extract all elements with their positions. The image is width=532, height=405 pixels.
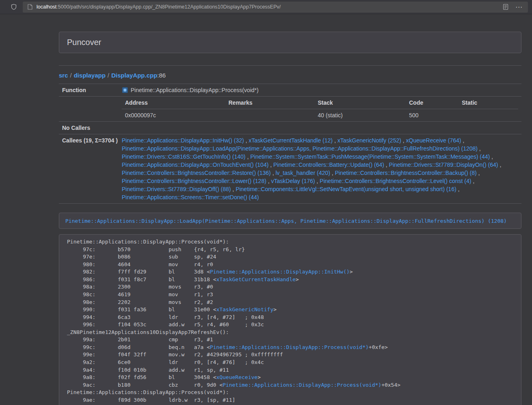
callee-separator: , (315, 178, 320, 184)
divider (59, 65, 521, 66)
callee-separator: , (461, 137, 464, 144)
callee-separator: , (477, 170, 480, 176)
callee-separator: , (478, 145, 481, 152)
stats-header-code: Code (406, 97, 459, 109)
stats-header-static: Static (459, 97, 518, 109)
breadcrumb: src/displayapp/DisplayApp.cpp:86 (59, 71, 521, 80)
breadcrumb-link-src[interactable]: src (59, 72, 68, 79)
callee-separator: , (333, 137, 338, 144)
disassembly-pre: Pinetime::Applications::DisplayApp::Proc… (59, 234, 521, 405)
stats-header-remarks: Remarks (225, 97, 314, 109)
callee-symbol-panel: Pinetime::Applications::DisplayApp::Load… (59, 213, 521, 229)
stats-remarks-value (225, 109, 314, 122)
code-symbol-link[interactable]: xTaskGenericNotify (216, 306, 274, 312)
breadcrumb-link-displayapp[interactable]: displayapp (74, 72, 106, 79)
breadcrumb-link-file[interactable]: DisplayApp.cpp (111, 72, 157, 79)
url-text[interactable]: localhost:5000/path/src/displayapp/Displ… (37, 4, 281, 10)
stats-table: Address Remarks Stack Code Static 0x0000… (122, 97, 518, 121)
stats-address-value: 0x0000097c (122, 109, 225, 122)
stats-stack-value: 40 (static) (314, 109, 406, 122)
callee-link[interactable]: xTaskGetCurrentTaskHandle (12) (249, 137, 333, 144)
callee-link[interactable]: Pinetime::Drivers::St7789::DisplayOff() … (122, 186, 231, 192)
page-actions-menu-icon[interactable]: ⋯ (514, 4, 524, 11)
page-title: Puncover (67, 37, 513, 47)
content-container: Puncover src/displayapp/DisplayApp.cpp:8… (59, 32, 521, 405)
callee-link[interactable]: vTaskDelay (176) (271, 178, 315, 184)
callee-link[interactable]: Pinetime::Applications::DisplayApp::OnTo… (122, 162, 269, 168)
callees-cell: Pinetime::Applications::DisplayApp::Init… (118, 134, 521, 204)
callee-link[interactable]: Pinetime::Controllers::BrightnessControl… (335, 170, 476, 176)
callee-link[interactable]: Pinetime::Drivers::Cst816S::GetTouchInfo… (122, 153, 246, 160)
code-symbol-link[interactable]: xTaskGetCurrentTaskHandle (216, 276, 296, 282)
page-body: Puncover src/displayapp/DisplayApp.cpp:8… (0, 14, 532, 405)
callees-row: Callees (19, Σ=3704 ) Pinetime::Applicat… (59, 134, 521, 204)
url-bar[interactable]: localhost:5000/path/src/displayapp/Displ… (23, 2, 528, 13)
page-info-icon[interactable] (27, 4, 33, 10)
code-symbol-link[interactable]: Pinetime::Applications::DisplayApp::Proc… (223, 382, 381, 388)
function-label: Function (59, 84, 118, 97)
callee-separator: , (266, 178, 271, 184)
no-callers-cell (118, 122, 521, 134)
reader-view-icon[interactable] (501, 2, 510, 12)
function-info-table: Function Pinetime::Applications::Display… (59, 84, 521, 204)
code-symbol-link[interactable]: Pinetime::Applications::DisplayApp::Proc… (210, 344, 368, 350)
callee-link[interactable]: Pinetime::Controllers::Battery::Update()… (274, 162, 384, 168)
stats-code-value: 500 (406, 109, 459, 122)
callee-separator: , (246, 153, 250, 160)
callee-link[interactable]: Pinetime::System::SystemTask::PushMessag… (250, 153, 490, 160)
breadcrumb-separator: / (108, 72, 109, 79)
code-symbol-link[interactable]: xQueueReceive (216, 374, 258, 380)
callee-link[interactable]: Pinetime::Applications::DisplayApp::Init… (122, 137, 244, 144)
callee-link[interactable]: Pinetime::Controllers::BrightnessControl… (122, 178, 266, 184)
code-symbol-link[interactable]: Pinetime::Applications::DisplayApp::Init… (210, 269, 349, 275)
callee-link[interactable]: Pinetime::Controllers::BrightnessControl… (122, 170, 271, 176)
stats-static-value (459, 109, 518, 122)
callee-separator: , (490, 153, 493, 160)
callee-link[interactable]: Pinetime::Applications::Screens::Timer::… (122, 194, 259, 200)
callee-separator: , (471, 178, 474, 184)
callee-link[interactable]: Pinetime::Components::LittleVgl::SetNewT… (236, 186, 457, 192)
callee-link[interactable]: xTaskGenericNotify (252) (337, 137, 401, 144)
title-panel: Puncover (59, 32, 521, 53)
stats-value-row: 0x0000097c 40 (static) 500 (122, 109, 518, 122)
callee-link[interactable]: xQueueReceive (764) (406, 137, 461, 144)
callee-separator: , (457, 186, 460, 192)
callee-link[interactable]: Pinetime::Applications::DisplayApp::Load… (122, 145, 478, 152)
callee-separator: , (384, 162, 389, 168)
callee-link[interactable]: Pinetime::Controllers::BrightnessControl… (320, 178, 471, 184)
stats-header-address: Address (122, 97, 225, 109)
browser-toolbar: localhost:5000/path/src/displayapp/Displ… (0, 0, 532, 14)
callee-separator: , (231, 186, 236, 192)
tracking-shield-icon[interactable] (9, 2, 19, 12)
callee-separator: , (271, 170, 276, 176)
callee-separator: , (401, 137, 406, 144)
callee-link[interactable]: lv_task_handler (420) (276, 170, 330, 176)
url-path: :5000/path/src/displayapp/DisplayApp.cpp… (56, 4, 280, 10)
breadcrumb-separator: / (70, 72, 72, 79)
stats-row: Address Remarks Stack Code Static 0x0000… (59, 97, 521, 122)
stats-row-label (59, 97, 118, 122)
no-callers-label: No Callers (59, 122, 118, 134)
no-callers-row: No Callers (59, 122, 521, 134)
breadcrumb-line-number: :86 (157, 72, 166, 79)
callee-separator: , (244, 137, 249, 144)
function-row: Function Pinetime::Applications::Display… (59, 84, 521, 97)
url-host: localhost (37, 4, 56, 10)
callee-symbol-link[interactable]: Pinetime::Applications::DisplayApp::Load… (65, 218, 507, 224)
callee-link[interactable]: Pinetime::Drivers::St7789::DisplayOn() (… (389, 162, 498, 168)
function-name: Pinetime::Applications::DisplayApp::Proc… (131, 86, 258, 94)
function-icon (122, 87, 128, 93)
callee-separator: , (498, 162, 502, 168)
callee-separator: , (330, 170, 335, 176)
callees-label: Callees (19, Σ=3704 ) (59, 134, 118, 204)
callee-separator: , (269, 162, 274, 168)
stats-header-stack: Stack (314, 97, 406, 109)
stats-header-row: Address Remarks Stack Code Static (122, 97, 518, 109)
